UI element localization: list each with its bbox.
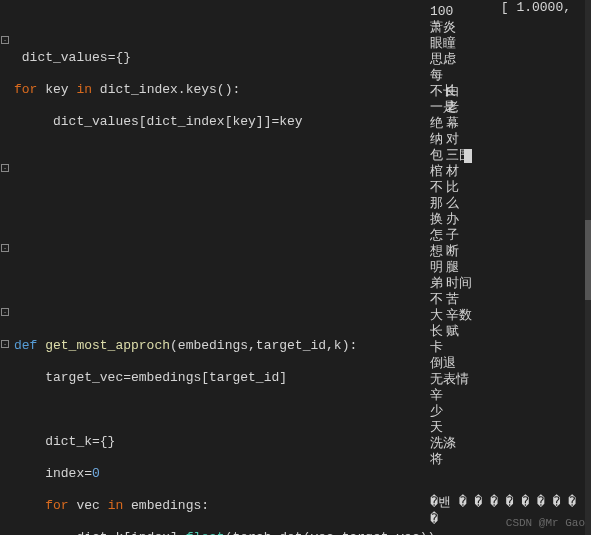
keyword-for: for	[14, 82, 37, 97]
output-column-3	[462, 148, 472, 164]
fold-icon[interactable]: -	[1, 36, 9, 44]
func-name: get_most_approch	[37, 338, 170, 353]
fold-icon[interactable]: -	[1, 308, 9, 316]
code-line: dict_k={}	[14, 434, 115, 449]
editor-wrap: - - - - - dict_values={} for key in dict…	[0, 0, 591, 535]
code-line: dict_values={}	[22, 50, 131, 65]
code-line: target_vec=embedings[target_id]	[14, 370, 287, 385]
keyword-for: for	[14, 498, 69, 513]
keyword-in: in	[108, 498, 124, 513]
cursor-icon	[464, 149, 472, 163]
keyword-in: in	[76, 82, 92, 97]
code-area[interactable]: dict_values={} for key in dict_index.key…	[10, 0, 591, 535]
fold-icon[interactable]: -	[1, 244, 9, 252]
code-line: dict_values[dict_index[key]]=key	[14, 114, 303, 129]
scrollbar-thumb[interactable]	[585, 220, 591, 300]
watermark: CSDN @Mr Gao	[506, 517, 585, 529]
fold-icon[interactable]: -	[1, 340, 9, 348]
keyword-def: def	[14, 338, 37, 353]
output-header: 100	[430, 4, 469, 20]
output-column-2: 由 老 幕 对 三围 材 比 么 办 子 断 腿 时间 苦 辛数 赋	[446, 84, 472, 340]
builtin-float: float	[186, 530, 225, 535]
fold-gutter: - - - - -	[0, 0, 10, 535]
output-top-right: [ 1.0000,	[501, 0, 571, 15]
scrollbar[interactable]	[585, 0, 591, 535]
fold-icon[interactable]: -	[1, 164, 9, 172]
